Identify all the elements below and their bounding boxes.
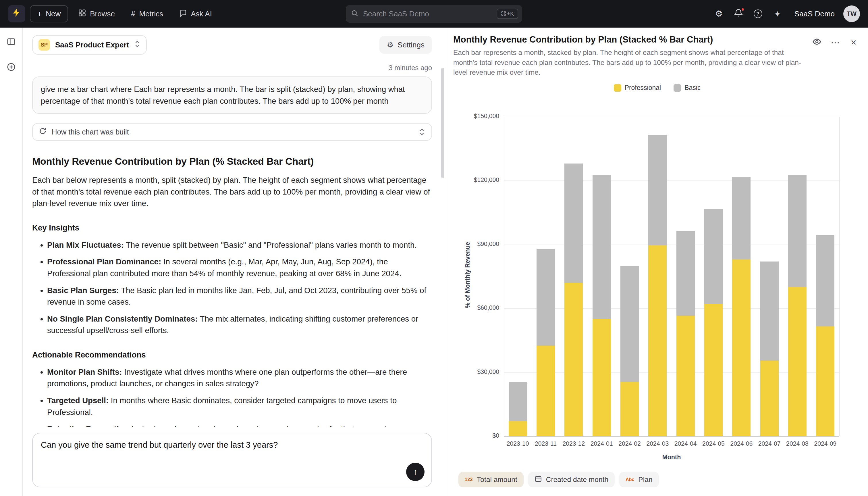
bar-segment-basic-2023-10[interactable] (509, 382, 527, 421)
app-body: SP SaaS Product Expert ⚙ Settings 3 minu… (0, 28, 868, 496)
list-item: Plan Mix Fluctuates: The revenue split b… (47, 239, 432, 251)
plot-right-border (839, 117, 840, 436)
bar-segment-professional-2024-06[interactable] (732, 260, 751, 436)
bar-segment-professional-2024-01[interactable] (593, 319, 611, 436)
gear-icon: ⚙ (715, 10, 723, 18)
bar-segment-basic-2024-04[interactable] (676, 231, 695, 316)
pill-total-amount[interactable]: 123 Total amount (459, 472, 524, 487)
bar-segment-basic-2024-08[interactable] (788, 175, 806, 287)
send-button[interactable]: ↑ (406, 463, 424, 481)
bar-segment-professional-2024-05[interactable] (704, 304, 723, 436)
notification-dot (740, 7, 745, 12)
chart-panel-actions: ⋯ ✕ (809, 35, 861, 50)
list-item: Professional Plan Dominance: In several … (47, 256, 432, 279)
y-tick-label: $150,000 (453, 113, 499, 120)
settings-gear-button[interactable]: ⚙ (711, 5, 727, 22)
notifications-button[interactable] (730, 5, 747, 22)
pill-created-date-month[interactable]: Created date month (528, 472, 615, 487)
bar-segment-basic-2023-12[interactable] (564, 164, 583, 283)
bar-segment-professional-2023-12[interactable] (564, 283, 583, 436)
x-axis-line (504, 436, 839, 437)
new-thread-button[interactable] (4, 61, 18, 75)
x-axis-label: Month (648, 453, 694, 461)
bar-segment-professional-2024-09[interactable] (816, 326, 834, 436)
agent-name: SaaS Product Expert (55, 41, 129, 49)
list-item: Basic Plan Surges: The Basic plan led in… (47, 285, 432, 308)
chevron-updown-icon (134, 40, 141, 50)
app-logo[interactable] (8, 5, 25, 22)
chat-scroll-area[interactable]: 3 minutes ago give me a bar chart where … (23, 55, 446, 427)
project-switcher[interactable]: SaaS Demo (789, 5, 840, 22)
chart-panel-header: Monthly Revenue Contribution by Plan (St… (453, 34, 861, 78)
help-button[interactable]: ? (750, 5, 766, 22)
chart-title: Monthly Revenue Contribution by Plan (St… (453, 34, 805, 45)
arrow-up-icon: ↑ (413, 467, 418, 477)
key-insights-list: Plan Mix Fluctuates: The revenue split b… (32, 239, 432, 337)
preview-eye-button[interactable] (809, 35, 824, 50)
list-item: Targeted Upsell: In months where Basic d… (47, 395, 432, 418)
close-icon: ✕ (851, 39, 857, 46)
bar-segment-professional-2023-10[interactable] (509, 421, 527, 436)
nav-ask-ai[interactable]: Ask AI (174, 5, 218, 22)
chat-input-box[interactable]: Can you give the same trend but quarterl… (32, 433, 432, 487)
response-intro: Each bar below represents a month, split… (32, 174, 432, 210)
new-button[interactable]: + New (30, 5, 68, 22)
chat-input[interactable]: Can you give the same trend but quarterl… (41, 440, 408, 468)
bar-segment-basic-2023-11[interactable] (536, 249, 555, 346)
hash-icon: # (131, 10, 135, 18)
legend-swatch (614, 84, 621, 92)
grid-icon (78, 9, 86, 19)
settings-button[interactable]: ⚙ Settings (380, 36, 432, 54)
legend-item-professional[interactable]: Professional (614, 83, 661, 93)
bar-segment-professional-2024-04[interactable] (676, 316, 695, 436)
bar-segment-basic-2024-07[interactable] (760, 262, 779, 361)
bar-segment-basic-2024-03[interactable] (648, 135, 666, 245)
sparkle-icon: ✦ (774, 9, 781, 19)
close-panel-button[interactable]: ✕ (846, 35, 861, 50)
y-tick-label: $60,000 (453, 304, 499, 311)
agent-selector[interactable]: SP SaaS Product Expert (32, 35, 147, 55)
list-item: No Single Plan Consistently Dominates: T… (47, 313, 432, 337)
toggle-sidebar-button[interactable] (4, 36, 18, 49)
bar-segment-basic-2024-01[interactable] (593, 175, 611, 319)
chat-bubble-icon (179, 9, 187, 19)
user-message: give me a bar chart where Each bar repre… (32, 76, 432, 114)
sidebar-panel-icon (7, 37, 16, 48)
y-tick-label: $120,000 (453, 176, 499, 183)
navbar-right: ⚙ ? ✦ SaaS Demo TW (711, 5, 860, 22)
chart-titles: Monthly Revenue Contribution by Plan (St… (453, 34, 809, 78)
pill-plan[interactable]: Abc Plan (619, 472, 659, 487)
lightning-bolt-icon (12, 8, 21, 20)
agent-avatar: SP (38, 39, 50, 50)
bar-segment-basic-2024-02[interactable] (621, 266, 639, 382)
global-search-input[interactable]: Search SaaS Demo ⌘+K (346, 5, 522, 23)
bar-segment-professional-2023-11[interactable] (536, 346, 555, 436)
bar-segment-basic-2024-09[interactable] (816, 235, 834, 326)
bar-segment-professional-2024-08[interactable] (788, 287, 806, 436)
bar-segment-basic-2024-06[interactable] (732, 177, 751, 259)
chat-scrollbar[interactable] (441, 68, 444, 178)
nav-metrics[interactable]: # Metrics (125, 5, 169, 22)
help-icon: ? (754, 10, 762, 18)
bar-segment-basic-2024-05[interactable] (704, 209, 723, 304)
legend-item-basic[interactable]: Basic (674, 83, 701, 93)
navbar-left: + New Browse # Metrics Ask AI (8, 5, 218, 22)
history-arrow-icon (39, 127, 47, 137)
gear-icon: ⚙ (387, 41, 393, 49)
top-navbar: + New Browse # Metrics Ask AI Search Saa… (0, 0, 868, 28)
bar-segment-professional-2024-02[interactable] (621, 382, 639, 436)
bar-segment-professional-2024-07[interactable] (760, 361, 779, 436)
plus-icon: + (37, 10, 42, 18)
bar-segment-professional-2024-03[interactable] (648, 245, 666, 436)
key-insights-title: Key Insights (32, 223, 432, 232)
message-timestamp: 3 minutes ago (32, 64, 432, 72)
how-chart-built-expander[interactable]: How this chart was built (32, 123, 432, 141)
ai-sparkle-button[interactable]: ✦ (769, 5, 786, 22)
more-options-button[interactable]: ⋯ (828, 35, 843, 50)
calendar-icon (534, 475, 542, 484)
user-avatar[interactable]: TW (843, 5, 860, 22)
nav-browse[interactable]: Browse (73, 5, 120, 22)
eye-icon (812, 37, 821, 48)
abc-icon: Abc (626, 477, 634, 482)
list-item: Retention Focus: If a plan's share drops… (47, 423, 432, 427)
